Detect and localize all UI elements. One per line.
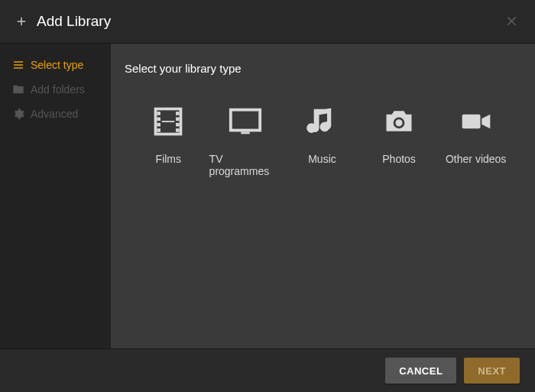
close-icon[interactable]: ✕: [502, 9, 521, 34]
sidebar-item-label: Advanced: [31, 108, 78, 120]
svg-rect-1: [157, 112, 161, 115]
plus-icon: [14, 14, 29, 29]
sidebar-item-select-type[interactable]: Select type: [0, 53, 111, 77]
svg-rect-6: [176, 118, 180, 121]
library-type-label: TV programmes: [209, 153, 282, 177]
svg-rect-3: [157, 123, 161, 127]
svg-rect-14: [462, 115, 480, 128]
sidebar-item-label: Select type: [31, 59, 83, 71]
add-library-dialog: Add Library ✕ Select type Add folders: [0, 0, 535, 392]
gear-icon: [12, 108, 24, 120]
svg-rect-7: [176, 123, 180, 127]
library-type-photos[interactable]: Photos: [363, 102, 436, 177]
sidebar-item-label: Add folders: [31, 83, 85, 96]
tv-icon: [226, 102, 264, 141]
library-type-label: Photos: [382, 153, 416, 165]
svg-rect-4: [157, 128, 161, 132]
sidebar-item-add-folders: Add folders: [0, 77, 111, 102]
library-type-tv[interactable]: TV programmes: [209, 102, 282, 177]
dialog-header: Add Library ✕: [0, 0, 535, 44]
dialog-body: Select type Add folders Advanced Select …: [0, 44, 535, 350]
library-type-label: Music: [308, 153, 336, 165]
list-icon: [12, 59, 24, 71]
svg-rect-10: [231, 110, 260, 131]
folder-icon: [12, 83, 24, 96]
svg-rect-9: [162, 121, 175, 122]
film-icon: [149, 102, 187, 141]
library-type-other-videos[interactable]: Other videos: [439, 102, 512, 177]
dialog-title: Add Library: [37, 13, 111, 30]
sidebar: Select type Add folders Advanced: [0, 44, 111, 350]
cancel-button[interactable]: CANCEL: [385, 358, 456, 384]
library-type-list: Films TV programmes: [125, 102, 520, 177]
camera-icon: [380, 102, 418, 141]
next-button[interactable]: NEXT: [464, 358, 520, 384]
library-type-label: Films: [156, 153, 181, 165]
library-type-prompt: Select your library type: [125, 62, 520, 75]
dialog-footer: CANCEL NEXT: [0, 348, 535, 392]
svg-rect-5: [176, 112, 180, 115]
sidebar-item-advanced: Advanced: [0, 102, 111, 126]
svg-rect-8: [176, 128, 180, 132]
library-type-label: Other videos: [446, 153, 506, 165]
svg-rect-2: [157, 118, 161, 121]
library-type-music[interactable]: Music: [286, 102, 358, 177]
main-panel: Select your library type Films: [111, 44, 535, 350]
music-icon: [303, 102, 341, 141]
video-camera-icon: [457, 102, 495, 141]
library-type-films[interactable]: Films: [132, 102, 205, 177]
svg-point-13: [395, 119, 402, 126]
svg-rect-11: [241, 131, 250, 134]
